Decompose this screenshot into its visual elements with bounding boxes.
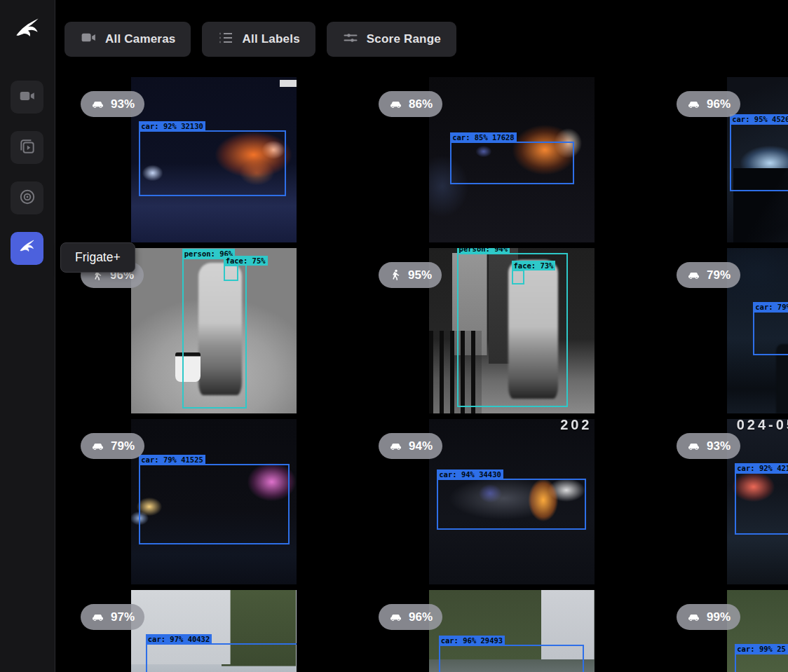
car-icon <box>90 439 105 453</box>
detection-cell[interactable]: car: 96% 2949396% <box>362 590 660 672</box>
bounding-box-label: car: 92% 32130 <box>139 121 205 131</box>
bounding-box-label: car: 96% 29493 <box>439 636 505 645</box>
frigate-plus-tooltip: Frigate+ <box>60 242 135 273</box>
bounding-box-label: car: 95% 45260 <box>730 114 788 124</box>
score-value: 79% <box>111 439 135 453</box>
car-icon <box>90 97 105 111</box>
car-icon <box>686 268 701 282</box>
bounding-box-label: car: 99% 25 <box>735 644 788 654</box>
bounding-box: car: 99% 25 <box>735 653 788 672</box>
detection-thumbnail[interactable]: car: 96% 29493 <box>429 590 595 672</box>
car-icon <box>686 610 701 624</box>
bounding-box-label: face: 75% <box>224 256 268 266</box>
detection-cell[interactable]: car: 85% 1762886% <box>362 77 660 248</box>
all-labels-filter-button[interactable]: All Labels <box>202 22 315 57</box>
detection-cell[interactable]: person: 96%face: 75%96% <box>64 248 362 419</box>
detection-thumbnail[interactable]: car: 92% 32130 <box>131 77 297 242</box>
score-range-label: Score Range <box>367 32 441 46</box>
bounding-box-label: car: 94% 34430 <box>437 469 503 479</box>
sidebar-item-frigate-plus[interactable] <box>11 232 43 265</box>
score-badge: 99% <box>677 604 740 630</box>
car-icon <box>388 97 403 111</box>
timestamp-watermark: 024-05-0 <box>737 419 788 433</box>
timestamp-watermark: 202 <box>560 419 592 433</box>
detection-thumbnail[interactable]: car: 99% 25 <box>727 590 788 672</box>
bounding-box-label: person: 94% <box>457 248 510 254</box>
detection-thumbnail[interactable]: car: 79% 41525 <box>131 419 297 584</box>
score-badge: 96% <box>379 604 442 630</box>
score-value: 95% <box>408 268 432 282</box>
score-badge: 95% <box>379 262 442 288</box>
detection-thumbnail[interactable]: car: 97% 40432 <box>131 590 297 672</box>
bounding-box-label: car: 85% 17628 <box>450 132 517 142</box>
bounding-box: car: 94% 34430 <box>437 479 585 530</box>
export-disc-icon <box>18 188 36 209</box>
car-icon <box>686 439 701 453</box>
score-badge: 86% <box>379 91 442 117</box>
score-value: 99% <box>707 610 731 624</box>
frigate-logo <box>10 11 45 48</box>
bounding-box-label: car: 79% <box>753 302 788 312</box>
list-icon <box>217 29 234 50</box>
review-playback-icon <box>18 137 36 158</box>
car-icon <box>686 97 701 111</box>
detection-thumbnail[interactable]: car: 85% 17628 <box>429 77 595 242</box>
person-icon <box>388 268 402 282</box>
frigate-plus-page: { "app": { "tooltip": "Frigate+" }, "col… <box>0 0 788 672</box>
car-icon <box>388 610 403 624</box>
sliders-icon <box>342 29 359 50</box>
score-value: 93% <box>111 97 135 111</box>
score-value: 79% <box>707 268 731 282</box>
detection-cell[interactable]: car: 92% 4218024-05-093% <box>660 419 788 590</box>
detection-thumbnail[interactable]: person: 96%face: 75% <box>131 248 297 413</box>
bounding-box-label: car: 79% 41525 <box>139 455 205 465</box>
bounding-box: car: 96% 29493 <box>439 645 585 672</box>
bounding-box: face: 75% <box>224 265 238 282</box>
video-camera-icon <box>18 87 36 108</box>
car-icon <box>388 439 403 453</box>
score-badge: 96% <box>677 91 740 117</box>
bounding-box-label: car: 97% 40432 <box>146 634 212 644</box>
video-camera-icon <box>80 29 97 50</box>
score-badge: 97% <box>81 604 144 630</box>
detection-thumbnail[interactable]: car: 94% 34430202 <box>429 419 595 584</box>
detections-grid: car: 92% 3213093%car: 85% 1762886%car: 9… <box>0 0 788 672</box>
score-value: 96% <box>409 610 433 624</box>
sidebar-item-cameras[interactable] <box>11 81 43 114</box>
score-range-filter-button[interactable]: Score Range <box>327 22 456 57</box>
sidebar <box>0 0 55 672</box>
score-badge: 93% <box>677 433 740 459</box>
frigate-bird-icon <box>18 238 36 259</box>
sidebar-item-review[interactable] <box>11 131 43 164</box>
detection-cell[interactable]: person: 94%face: 73%95% <box>362 248 660 419</box>
score-value: 93% <box>707 439 731 453</box>
bounding-box: face: 73% <box>512 270 525 284</box>
bounding-box: car: 79% 41525 <box>139 464 290 545</box>
detection-cell[interactable]: car: 92% 3213093% <box>64 77 362 248</box>
all-labels-label: All Labels <box>242 32 299 46</box>
sidebar-item-export[interactable] <box>11 181 43 214</box>
bounding-box: car: 97% 40432 <box>146 643 297 672</box>
detection-cell[interactable]: car: 79% 4152579% <box>64 419 362 590</box>
bounding-box-label: car: 92% 4218 <box>735 463 788 473</box>
detection-cell[interactable]: car: 99% 2599% <box>660 590 788 672</box>
detection-cell[interactable]: car: 95% 4526096% <box>660 77 788 248</box>
all-cameras-label: All Cameras <box>105 32 175 46</box>
detection-thumbnail[interactable]: person: 94%face: 73% <box>429 248 595 413</box>
all-cameras-filter-button[interactable]: All Cameras <box>64 22 191 57</box>
bounding-box: car: 92% 4218 <box>735 472 788 535</box>
detection-cell[interactable]: car: 94% 3443020294% <box>362 419 660 590</box>
score-value: 97% <box>111 610 135 624</box>
frigate-bird-icon <box>12 14 43 45</box>
bounding-box: car: 85% 17628 <box>450 142 574 184</box>
score-value: 86% <box>409 97 433 111</box>
bounding-box: car: 79% <box>753 311 788 356</box>
filter-toolbar: All Cameras All Labels Score Range <box>64 22 456 57</box>
score-badge: 93% <box>81 91 144 117</box>
detection-cell[interactable]: car: 97% 4043297% <box>64 590 362 672</box>
bounding-box: car: 95% 45260 <box>730 123 788 191</box>
score-badge: 94% <box>379 433 442 459</box>
score-value: 94% <box>409 439 433 453</box>
detection-cell[interactable]: car: 79%79% <box>660 248 788 419</box>
bounding-box: car: 92% 32130 <box>139 130 286 196</box>
